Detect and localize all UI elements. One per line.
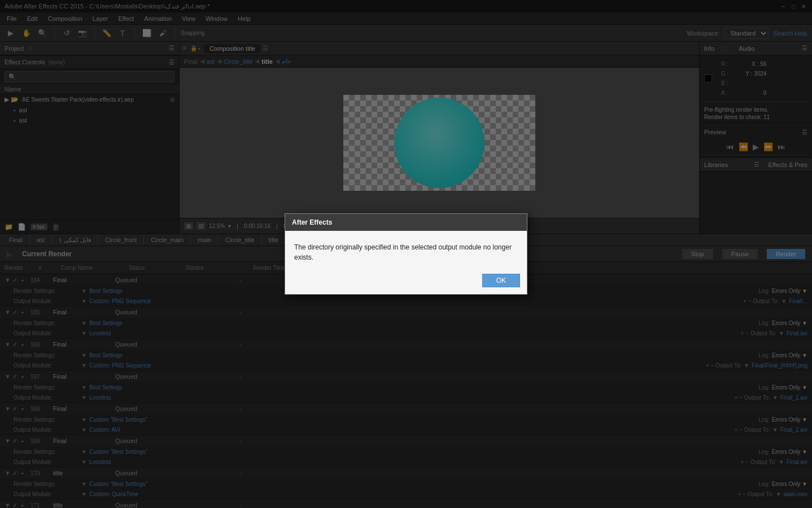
modal-ok-button[interactable]: OK	[482, 274, 520, 287]
modal-overlay: After Effects The directory originally s…	[0, 0, 812, 508]
modal-titlebar: After Effects	[285, 214, 527, 231]
modal-footer: OK	[285, 269, 527, 294]
modal-body: The directory originally specified in th…	[285, 231, 527, 269]
modal-title: After Effects	[292, 218, 332, 226]
modal-message: The directory originally specified in th…	[294, 243, 512, 261]
modal-dialog: After Effects The directory originally s…	[285, 213, 527, 295]
